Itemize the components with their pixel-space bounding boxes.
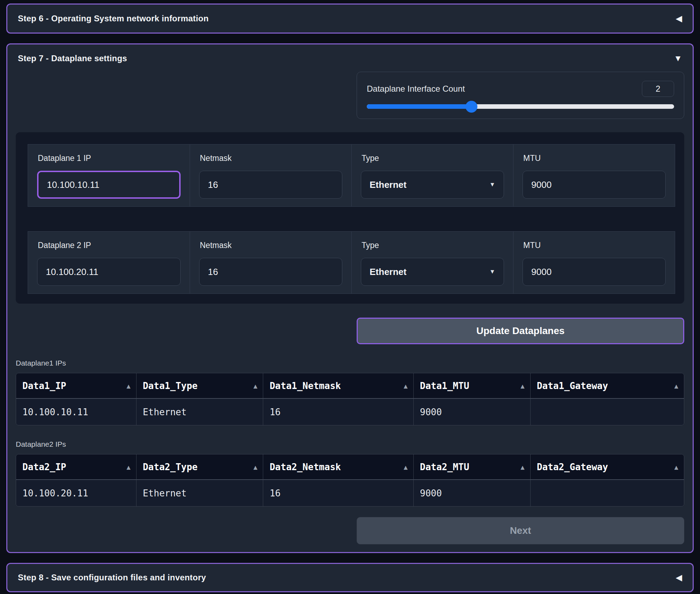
dataplane1-netmask-label: Netmask [200,154,342,163]
collapsed-arrow-icon: ◀ [676,14,682,23]
chevron-down-icon: ▼ [489,181,495,188]
sort-ascending-icon: ▲ [404,382,407,390]
dataplane1-type-field: Type Ethernet ▼ [351,144,513,206]
dataplane2-type-field: Type Ethernet ▼ [351,232,513,294]
dataplane2-ip-input[interactable] [37,258,181,286]
dataplane1-form-row: Dataplane 1 IP Netmask Type Ethernet ▼ M… [28,144,675,207]
dataplane-interface-count-block: Dataplane Interface Count [357,72,684,119]
dataplane1-mtu-input[interactable] [523,171,666,199]
accordion-step6: Step 6 - Operating System network inform… [6,3,694,34]
dataplane2-type-select[interactable]: Ethernet ▼ [361,258,504,286]
accordion-step7-title: Step 7 - Dataplane settings [18,54,127,63]
column-header[interactable]: Data2_Netmask▲ [263,454,413,480]
dataplane1-ip-field: Dataplane 1 IP [28,144,190,206]
dataplane2-mtu-field: MTU [513,232,675,294]
dataplane2-type-label: Type [362,241,504,250]
accordion-step8: Step 8 - Save configuration files and in… [6,563,694,592]
dataplane2-table-caption: Dataplane2 IPs [16,440,684,448]
sort-ascending-icon: ▲ [253,382,257,390]
collapsed-arrow-icon: ◀ [676,573,682,582]
dataplane2-netmask-label: Netmask [200,241,342,250]
table-row: 10.100.10.11 Ethernet 16 9000 [16,398,684,425]
dataplane2-form-row: Dataplane 2 IP Netmask Type Ethernet ▼ M… [28,231,675,294]
table-cell[interactable]: 16 [263,480,413,506]
table-header-row: Data1_IP▲ Data1_Type▲ Data1_Netmask▲ Dat… [16,373,684,398]
column-header[interactable]: Data1_Netmask▲ [263,373,413,398]
dataplane1-ip-label: Dataplane 1 IP [38,154,181,163]
column-header[interactable]: Data2_MTU▲ [413,454,530,480]
column-header[interactable]: Data2_Type▲ [136,454,263,480]
table-header-row: Data2_IP▲ Data2_Type▲ Data2_Netmask▲ Dat… [16,454,684,480]
accordion-step8-title: Step 8 - Save configuration files and in… [18,573,206,582]
update-dataplanes-button[interactable]: Update Dataplanes [357,318,684,344]
slider-row: Dataplane Interface Count [16,72,684,119]
sort-ascending-icon: ▲ [674,463,678,471]
expanded-arrow-icon: ▼ [674,54,682,63]
sort-ascending-icon: ▲ [520,463,524,471]
accordion-step6-header[interactable]: Step 6 - Operating System network inform… [7,5,693,33]
sort-ascending-icon: ▲ [126,463,130,471]
dataplane2-table: Data2_IP▲ Data2_Type▲ Data2_Netmask▲ Dat… [16,454,684,507]
accordion-step7-header[interactable]: Step 7 - Dataplane settings ▼ [16,44,684,65]
slider-label: Dataplane Interface Count [367,84,465,94]
accordion-step7: Step 7 - Dataplane settings ▼ Dataplane … [6,43,694,553]
table-row: 10.100.20.11 Ethernet 16 9000 [16,480,684,506]
column-header[interactable]: Data1_IP▲ [16,373,136,398]
sort-ascending-icon: ▲ [674,382,678,390]
next-button[interactable]: Next [357,517,684,544]
table-cell[interactable]: 10.100.20.11 [16,480,136,506]
dataplane1-netmask-input[interactable] [199,171,342,199]
dataplane1-mtu-field: MTU [513,144,675,206]
table-cell[interactable]: Ethernet [136,398,263,425]
dataplane1-netmask-field: Netmask [190,144,351,206]
dataplane2-ip-field: Dataplane 2 IP [28,232,190,294]
column-header[interactable]: Data2_Gateway▲ [530,454,684,480]
table-cell[interactable] [530,480,684,506]
slider-value-input[interactable] [642,81,674,97]
sort-ascending-icon: ▲ [253,463,257,471]
dataplane2-type-value: Ethernet [370,267,406,277]
sort-ascending-icon: ▲ [520,382,524,390]
accordion-step8-header[interactable]: Step 8 - Save configuration files and in… [7,564,693,591]
dataplane-forms-panel: Dataplane 1 IP Netmask Type Ethernet ▼ M… [16,132,684,304]
column-header[interactable]: Data1_Gateway▲ [530,373,684,398]
dataplane1-type-label: Type [362,154,504,163]
chevron-down-icon: ▼ [489,268,495,275]
slider-fill [367,104,471,109]
accordion-step6-title: Step 6 - Operating System network inform… [18,14,209,23]
sort-ascending-icon: ▲ [126,382,130,390]
table-cell[interactable]: 9000 [413,480,530,506]
dataplane2-ip-label: Dataplane 2 IP [38,241,181,250]
dataplane2-netmask-field: Netmask [190,232,351,294]
dataplane2-netmask-input[interactable] [199,258,342,286]
dataplane2-mtu-label: MTU [523,241,666,250]
slider-track[interactable] [367,104,674,109]
table-cell[interactable]: 16 [263,398,413,425]
slider-thumb[interactable] [465,101,477,113]
dataplane1-ip-input[interactable] [37,171,181,199]
column-header[interactable]: Data2_IP▲ [16,454,136,480]
dataplane1-type-value: Ethernet [370,179,406,190]
column-header[interactable]: Data1_MTU▲ [413,373,530,398]
table-cell[interactable]: 9000 [413,398,530,425]
dataplane1-table-caption: Dataplane1 IPs [16,359,684,367]
dataplane1-mtu-label: MTU [523,154,666,163]
table-cell[interactable] [530,398,684,425]
column-header[interactable]: Data1_Type▲ [136,373,263,398]
table-cell[interactable]: 10.100.10.11 [16,398,136,425]
table-cell[interactable]: Ethernet [136,480,263,506]
dataplane1-table: Data1_IP▲ Data1_Type▲ Data1_Netmask▲ Dat… [16,373,684,425]
sort-ascending-icon: ▲ [404,463,407,471]
dataplane1-type-select[interactable]: Ethernet ▼ [361,171,504,199]
dataplane2-mtu-input[interactable] [523,258,666,286]
